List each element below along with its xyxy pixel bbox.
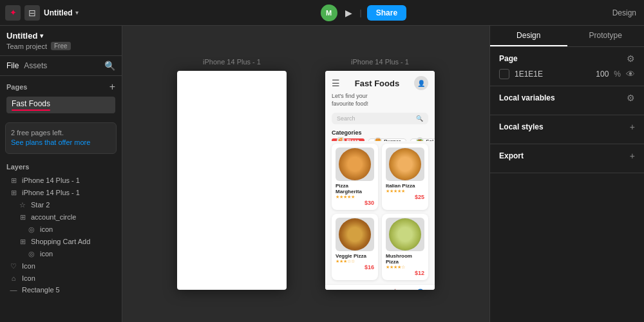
local-variables-section: Local variables ⚙ bbox=[490, 86, 644, 115]
layer-item[interactable]: ⊞Shopping Cart Add bbox=[6, 236, 115, 248]
food-image bbox=[386, 218, 424, 251]
layer-item[interactable]: —Rectangle 5 bbox=[6, 284, 115, 296]
home-nav-icon[interactable]: ⌂ bbox=[334, 289, 339, 290]
frame-1-container: iPhone 14 Plus - 1 bbox=[177, 58, 287, 290]
search-button[interactable]: 🔍 bbox=[104, 60, 115, 71]
frame-1-phone[interactable] bbox=[177, 71, 287, 290]
layer-name: Icon bbox=[22, 262, 35, 270]
layer-name: iPhone 14 Plus - 1 bbox=[22, 189, 80, 196]
add-page-button[interactable]: + bbox=[109, 81, 115, 93]
visibility-toggle[interactable]: 👁 bbox=[626, 69, 635, 79]
food-image-circle bbox=[389, 218, 421, 251]
tab-prototype[interactable]: Prototype bbox=[567, 26, 645, 46]
tab-file[interactable]: File bbox=[6, 60, 19, 71]
heart-nav-icon[interactable]: ♡ bbox=[358, 289, 366, 290]
food-price: $16 bbox=[336, 264, 374, 270]
upgrade-link[interactable]: See plans that offer more bbox=[11, 138, 90, 146]
layer-item[interactable]: ⌂Icon bbox=[6, 272, 115, 284]
color-row: 1E1E1E 100 % 👁 bbox=[499, 69, 635, 79]
food-stars: ★★★★☆ bbox=[386, 265, 424, 270]
layer-type-icon: ⊞ bbox=[9, 189, 18, 197]
layer-name: Star 2 bbox=[31, 201, 50, 209]
page-variables-icon[interactable]: ⚙ bbox=[627, 53, 635, 64]
layer-type-icon: ♡ bbox=[9, 262, 18, 270]
team-label: Team project bbox=[6, 43, 47, 50]
food-name: Pizza Margherita bbox=[336, 183, 374, 194]
food-stars: ★★★★★ bbox=[386, 189, 424, 194]
local-styles-label: Local styles bbox=[499, 122, 544, 131]
project-title[interactable]: Untitled ▾ bbox=[6, 31, 115, 41]
layer-item[interactable]: ⊞account_circle bbox=[6, 211, 115, 223]
project-dropdown-arrow: ▾ bbox=[75, 9, 79, 16]
layer-item[interactable]: ⊞iPhone 14 Plus - 1 bbox=[6, 187, 115, 199]
food-card[interactable]: Veggie Pizza ★★★☆☆ $16 bbox=[332, 214, 378, 280]
user-avatar-phone: 👤 bbox=[414, 76, 428, 90]
tab-assets[interactable]: Assets bbox=[24, 60, 47, 71]
tab-design[interactable]: Design bbox=[490, 26, 567, 46]
share-button[interactable]: Share bbox=[367, 5, 406, 21]
layer-item[interactable]: ◎icon bbox=[6, 223, 115, 236]
layer-type-icon: ⌂ bbox=[9, 274, 18, 282]
opacity-value: 100 bbox=[596, 70, 609, 79]
food-image bbox=[386, 147, 424, 181]
layer-type-icon: — bbox=[9, 286, 18, 294]
project-title-area[interactable]: Untitled ▾ bbox=[44, 8, 79, 17]
local-styles-add-btn[interactable]: + bbox=[630, 122, 635, 132]
page-color-swatch[interactable] bbox=[499, 69, 509, 79]
food-name: Veggie Pizza bbox=[336, 253, 374, 259]
layer-item[interactable]: ⊞iPhone 14 Plus - 1 bbox=[6, 175, 115, 187]
food-stars: ★★★★★ bbox=[336, 194, 374, 200]
food-name: Mushroom Pizza bbox=[386, 253, 424, 265]
chevron-down-icon: ▾ bbox=[40, 32, 43, 39]
layer-name: icon bbox=[40, 250, 53, 258]
layers-list: ⊞iPhone 14 Plus - 1⊞iPhone 14 Plus - 1☆S… bbox=[6, 175, 115, 296]
figma-menu-button[interactable]: ✦ bbox=[5, 5, 21, 21]
free-badge: Free bbox=[51, 42, 71, 50]
layer-item[interactable]: ☆Star 2 bbox=[6, 199, 115, 211]
food-price: $30 bbox=[336, 200, 374, 206]
zoom-level: Design bbox=[612, 8, 636, 17]
profile-nav-icon[interactable]: 👤 bbox=[415, 289, 426, 290]
layer-type-icon: ☆ bbox=[18, 201, 27, 209]
bottom-nav: ⌂ ♡ 🛒 👤 bbox=[325, 284, 435, 290]
food-image bbox=[336, 147, 374, 181]
play-button[interactable]: ▶ bbox=[343, 5, 355, 21]
food-card[interactable]: Pizza Margherita ★★★★★ $30 bbox=[332, 144, 378, 210]
food-stars: ★★★☆☆ bbox=[336, 259, 374, 264]
layer-name: account_circle bbox=[31, 213, 76, 221]
food-grid: Pizza Margherita ★★★★★ $30 Italian Pizza… bbox=[325, 141, 435, 284]
layer-item[interactable]: ♡Icon bbox=[6, 260, 115, 272]
local-variables-label: Local variables bbox=[499, 93, 555, 102]
play-icon: ▶ bbox=[345, 8, 352, 18]
layer-name: icon bbox=[40, 225, 53, 233]
food-card[interactable]: Italian Pizza ★★★★★ $25 bbox=[382, 144, 428, 210]
page-section: Page ⚙ 1E1E1E 100 % 👁 bbox=[490, 47, 644, 86]
search-bar[interactable]: Search 🔍 bbox=[332, 113, 428, 124]
layers-label: Layers bbox=[6, 163, 29, 171]
food-price: $12 bbox=[386, 270, 424, 276]
page-item-fast-foods[interactable]: Fast Foods bbox=[6, 97, 115, 113]
food-image-circle bbox=[389, 148, 421, 180]
food-image-circle bbox=[339, 218, 371, 251]
menu-icon: ☰ bbox=[332, 78, 340, 88]
project-name: Untitled bbox=[44, 8, 73, 17]
export-section: Export + bbox=[490, 144, 644, 173]
food-price: $25 bbox=[386, 194, 424, 200]
user-avatar[interactable]: M bbox=[321, 5, 337, 21]
layer-name: Rectangle 5 bbox=[22, 286, 60, 294]
export-add-btn[interactable]: + bbox=[630, 151, 635, 161]
local-variables-icon-btn[interactable]: ⚙ bbox=[627, 93, 635, 103]
layout-icon: ⊟ bbox=[28, 8, 36, 18]
layout-toggle-button[interactable]: ⊟ bbox=[24, 5, 40, 21]
layer-name: Icon bbox=[22, 274, 35, 282]
figma-logo-icon: ✦ bbox=[10, 8, 17, 17]
frame-2-phone[interactable]: ☰ Fast Foods 👤 Let's find yourfavourite … bbox=[325, 71, 435, 290]
phone-title: Fast Foods bbox=[355, 79, 399, 88]
cart-nav-icon[interactable]: 🛒 bbox=[385, 289, 396, 290]
local-styles-section: Local styles + bbox=[490, 115, 644, 144]
export-label: Export bbox=[499, 151, 524, 160]
page-section-title: Page bbox=[499, 54, 518, 63]
food-card[interactable]: Mushroom Pizza ★★★★☆ $12 bbox=[382, 214, 428, 280]
frame-2-container: iPhone 14 Plus - 1 ☰ Fast Foods 👤 Let's … bbox=[325, 58, 435, 290]
layer-item[interactable]: ◎icon bbox=[6, 248, 115, 260]
